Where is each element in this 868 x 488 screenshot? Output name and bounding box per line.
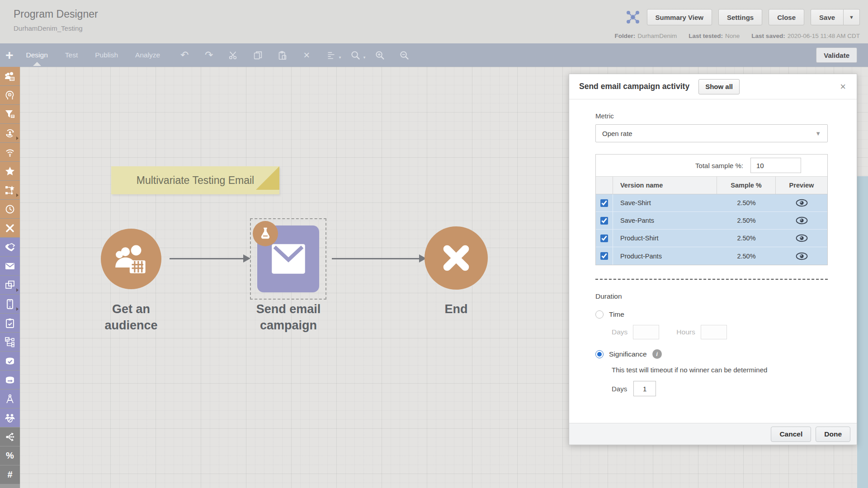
preview-eye-icon[interactable] — [776, 252, 827, 260]
program-name: DurhamDenim_Testing — [14, 24, 83, 32]
preview-eye-icon[interactable] — [776, 234, 827, 242]
sample-pct: 2.50% — [717, 199, 776, 206]
canvas-view-icon[interactable] — [625, 9, 641, 25]
metric-dropdown[interactable]: Open rate ▼ — [595, 124, 828, 142]
sticky-note[interactable]: Multivariate Testing Email — [111, 166, 279, 194]
sig-days-input[interactable] — [633, 381, 656, 396]
duration-label: Duration — [595, 292, 827, 300]
landing-page-icon[interactable] — [0, 276, 20, 294]
save-split-button: Save ▼ — [811, 9, 860, 25]
metric-label: Metric — [595, 112, 827, 120]
canvas-toolbar: + Design Test Publish Analyze ↶ ↷ × ▾ — [0, 43, 868, 67]
row-checkbox[interactable] — [600, 235, 608, 242]
handshake-icon[interactable] — [0, 238, 20, 256]
mode-tabs: Design Test Publish Analyze — [25, 45, 161, 66]
filter-icon[interactable] — [0, 105, 20, 123]
canvas-scroll-strip[interactable] — [857, 176, 868, 488]
zoom-icon[interactable]: ▾ — [350, 50, 361, 61]
preview-eye-icon[interactable] — [776, 199, 827, 207]
flow-connector[interactable] — [170, 258, 244, 259]
row-checkbox[interactable] — [600, 252, 608, 260]
significance-radio[interactable] — [595, 350, 604, 358]
end-icon[interactable] — [0, 219, 20, 237]
zoom-out-icon[interactable] — [399, 50, 410, 61]
sample-pct: 2.50% — [717, 253, 776, 260]
days-label: Days — [612, 328, 627, 336]
cancel-button[interactable]: Cancel — [771, 427, 811, 442]
email-icon[interactable] — [0, 257, 20, 275]
design-tools-icon[interactable] — [0, 389, 20, 408]
data-export-icon[interactable] — [0, 371, 20, 389]
panel-body: Metric Open rate ▼ Total sample %: Versi… — [569, 99, 857, 396]
data-check-icon[interactable] — [0, 352, 20, 370]
version-name: Save-Pants — [613, 217, 717, 224]
redo-icon[interactable]: ↷ — [203, 50, 214, 61]
close-icon[interactable]: × — [840, 82, 846, 92]
settings-button[interactable]: Settings — [718, 9, 762, 25]
show-all-button[interactable]: Show all — [698, 79, 740, 94]
decision-tree-icon[interactable] — [0, 333, 20, 351]
time-option-row: Time — [595, 310, 827, 319]
sig-days-label: Days — [612, 385, 627, 393]
panel-footer: Cancel Done — [569, 423, 857, 445]
metric-value: Open rate — [602, 130, 632, 137]
tab-test[interactable]: Test — [64, 45, 79, 66]
copy-icon[interactable] — [252, 50, 263, 61]
table-row: Save-Shirt 2.50% — [596, 194, 827, 212]
partner-block-icon[interactable] — [0, 408, 20, 427]
delete-icon[interactable]: × — [301, 50, 312, 61]
align-icon[interactable]: ▾ — [326, 50, 336, 61]
time-hours-input[interactable] — [701, 325, 727, 339]
flow-connector[interactable] — [332, 258, 420, 259]
summary-view-button[interactable]: Summary View — [647, 9, 712, 25]
node-get-audience[interactable] — [101, 229, 161, 289]
tab-analyze[interactable]: Analyze — [134, 45, 161, 66]
update-contact-icon[interactable] — [0, 124, 20, 142]
time-radio[interactable] — [595, 310, 604, 319]
node-send-email-campaign[interactable] — [250, 218, 326, 300]
hash-icon[interactable]: # — [0, 465, 20, 484]
tab-publish[interactable]: Publish — [94, 45, 119, 66]
audience-icon[interactable] — [0, 67, 20, 85]
version-name: Save-Shirt — [613, 199, 717, 206]
program-icon[interactable] — [0, 181, 20, 199]
share-icon[interactable] — [0, 427, 20, 446]
end-x-icon — [438, 240, 474, 276]
tab-design[interactable]: Design — [25, 45, 49, 66]
cut-icon[interactable] — [228, 50, 239, 61]
hours-label: Hours — [676, 328, 695, 336]
row-checkbox[interactable] — [600, 199, 608, 207]
favorite-icon[interactable] — [0, 162, 20, 180]
edit-tools: ↶ ↷ × ▾ ▾ — [179, 50, 410, 61]
save-dropdown-button[interactable]: ▼ — [844, 9, 860, 25]
form-icon[interactable] — [0, 314, 20, 332]
time-days-input[interactable] — [633, 325, 659, 339]
info-icon[interactable]: i — [652, 349, 662, 359]
last-saved-meta: Last saved:2020-06-15 11:48 AM CDT — [751, 33, 860, 39]
wait-icon[interactable] — [0, 200, 20, 218]
mobile-icon[interactable] — [0, 295, 20, 313]
versions-table: Total sample %: Version name Sample % Pr… — [595, 154, 828, 265]
preview-eye-icon[interactable] — [776, 216, 827, 225]
done-button[interactable]: Done — [816, 427, 850, 442]
validate-button[interactable]: Validate — [816, 47, 857, 63]
table-header-row: Version name Sample % Preview — [596, 176, 827, 194]
zoom-in-icon[interactable] — [374, 50, 385, 61]
decision-icon[interactable] — [0, 86, 20, 104]
save-button[interactable]: Save — [811, 9, 844, 25]
listener-icon[interactable] — [0, 143, 20, 161]
paste-icon[interactable] — [277, 50, 288, 61]
send-email-activity-panel: Send email campaign activity Show all × … — [569, 74, 857, 445]
node-end[interactable] — [425, 226, 488, 290]
undo-icon[interactable]: ↶ — [179, 50, 190, 61]
percent-icon[interactable]: % — [0, 446, 20, 465]
row-checkbox[interactable] — [600, 217, 608, 225]
significance-days-row: Days — [612, 381, 827, 396]
total-sample-input[interactable] — [750, 158, 801, 173]
sticky-note-fold — [256, 166, 279, 190]
chevron-down-icon: ▾ — [339, 55, 341, 60]
timeout-note: This test will timeout if no winner can … — [612, 366, 827, 374]
close-button[interactable]: Close — [769, 9, 804, 25]
add-icon[interactable]: + — [5, 48, 14, 62]
total-sample-label: Total sample %: — [695, 162, 743, 169]
